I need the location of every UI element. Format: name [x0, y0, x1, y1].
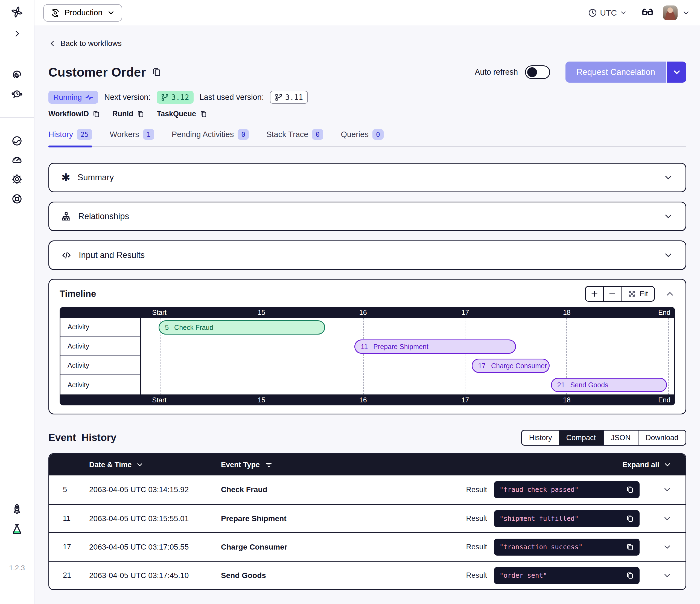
timeline-zoom-controls: Fit — [585, 286, 655, 302]
view-json-button[interactable]: JSON — [603, 431, 638, 445]
copy-icon[interactable] — [199, 110, 207, 118]
result-label: Result — [466, 571, 487, 580]
timeline-bar-charge-consumer[interactable]: 17 Charge Consumer — [472, 359, 550, 373]
chevron-down-icon[interactable] — [663, 250, 673, 260]
view-compact-button[interactable]: Compact — [559, 431, 603, 445]
chevron-down-icon[interactable] — [663, 211, 673, 222]
row-expand-chevron-icon[interactable] — [662, 542, 672, 552]
copy-icon[interactable] — [626, 514, 634, 523]
account-chevron-down-icon[interactable] — [682, 9, 690, 17]
row-label-activity: Activity — [60, 356, 140, 375]
event-time: 2063-04-05 UTC 03:17:05.55 — [89, 543, 221, 552]
result-code-chip[interactable]: "transaction success" — [494, 539, 640, 556]
summary-accordion[interactable]: ✱ Summary — [48, 163, 686, 192]
axis-label: Start — [152, 309, 167, 316]
timeline-bar-prepare-shipment[interactable]: 11 Prepare Shipment — [354, 339, 516, 354]
namespace-label: Production — [65, 8, 103, 17]
copy-icon[interactable] — [92, 110, 100, 118]
row-expand-chevron-icon[interactable] — [662, 485, 672, 494]
run-id-copy[interactable]: RunId — [112, 110, 145, 118]
relationships-label: Relationships — [78, 212, 129, 221]
input-results-label: Input and Results — [79, 250, 145, 260]
result-code-chip[interactable]: "fraud check passed" — [494, 481, 640, 498]
bar-event-name: Charge Consumer — [491, 362, 547, 370]
event-type-header-label: Event Type — [221, 461, 260, 469]
gauge-icon[interactable] — [11, 154, 23, 165]
bar-event-name: Send Goods — [570, 381, 608, 389]
back-label: Back to workflows — [60, 39, 122, 48]
zoom-in-button[interactable] — [586, 287, 603, 301]
workflow-id-copy[interactable]: WorkflowID — [48, 110, 100, 118]
chevron-down-icon[interactable] — [663, 172, 673, 183]
result-value: "order sent" — [500, 572, 547, 579]
axis-label: 17 — [461, 309, 469, 316]
sort-datetime[interactable]: Date & Time — [89, 461, 221, 469]
copy-icon[interactable] — [626, 572, 634, 580]
copy-title-icon[interactable] — [151, 67, 162, 77]
axis-label: 15 — [257, 309, 265, 316]
rocket-icon[interactable] — [11, 503, 23, 515]
pulse-icon — [85, 93, 93, 101]
timezone-selector[interactable]: UTC — [588, 8, 627, 18]
tab-count-badge: 1 — [143, 129, 154, 140]
sidebar-expand-icon[interactable] — [12, 29, 22, 38]
status-label: Running — [53, 93, 82, 102]
view-history-button[interactable]: History — [522, 431, 559, 445]
relationships-accordion[interactable]: Relationships — [48, 201, 686, 231]
input-results-accordion[interactable]: Input and Results — [48, 240, 686, 270]
tab-workers[interactable]: Workers 1 — [110, 129, 154, 146]
namespace-selector[interactable]: Production — [43, 4, 122, 22]
event-id: 17 — [63, 543, 89, 551]
copy-icon[interactable] — [136, 110, 145, 118]
timeline-chart: Start 15 16 17 18 End Activity Activity … — [59, 307, 675, 405]
request-cancelation-button[interactable]: Request Cancelation — [566, 62, 686, 82]
datetime-header-label: Date & Time — [89, 461, 132, 469]
result-code-chip[interactable]: "order sent" — [494, 567, 640, 584]
timeline-bar-send-goods[interactable]: 21 Send Goods — [551, 378, 667, 392]
event-type: Send Goods — [221, 571, 466, 580]
timeline-collapse-icon[interactable] — [665, 289, 675, 299]
task-queue-copy[interactable]: TaskQueue — [157, 110, 207, 118]
axis-label: Start — [152, 396, 167, 404]
copy-icon[interactable] — [626, 543, 634, 551]
avatar[interactable] — [663, 5, 678, 20]
row-expand-chevron-icon[interactable] — [662, 514, 672, 523]
labs-flask-icon[interactable] — [11, 523, 23, 536]
tab-history[interactable]: History 25 — [48, 129, 92, 146]
nexus-icon[interactable] — [11, 135, 23, 147]
event-row[interactable]: 5 2063-04-05 UTC 03:14:15.92 Check Fraud… — [49, 476, 685, 504]
tab-bar: History 25 Workers 1 Pending Activities … — [48, 129, 686, 147]
view-download-button[interactable]: Download — [638, 431, 685, 445]
event-row[interactable]: 17 2063-04-05 UTC 03:17:05.55 Charge Con… — [49, 532, 685, 561]
bar-event-id: 17 — [478, 362, 485, 370]
result-code-chip[interactable]: "shipment fulfilled" — [494, 510, 640, 527]
chevron-down-icon — [663, 460, 672, 469]
support-buoy-icon[interactable] — [11, 193, 23, 204]
filter-icon[interactable] — [265, 461, 273, 469]
zoom-out-button[interactable] — [603, 287, 621, 301]
tab-queries[interactable]: Queries 0 — [341, 129, 384, 146]
cancel-options-caret[interactable] — [666, 62, 686, 82]
auto-refresh-toggle[interactable] — [525, 65, 550, 79]
incognito-glasses-icon[interactable] — [641, 6, 654, 19]
axis-label: 16 — [359, 309, 367, 316]
copy-icon[interactable] — [626, 486, 634, 494]
event-row[interactable]: 21 2063-04-05 UTC 03:17:45.10 Send Goods… — [49, 561, 685, 589]
event-row[interactable]: 11 2063-04-05 UTC 03:15:55.01 Prepare Sh… — [49, 504, 685, 532]
expand-all-button[interactable]: Expand all — [622, 460, 672, 469]
tab-count-badge: 0 — [372, 129, 384, 140]
next-version-badge: 3.12 — [157, 91, 194, 104]
settings-gear-icon[interactable] — [11, 173, 23, 185]
event-time: 2063-04-05 UTC 03:14:15.92 — [89, 485, 221, 494]
axis-label: 15 — [257, 396, 265, 404]
status-badge: Running — [48, 91, 98, 104]
tab-stack-trace[interactable]: Stack Trace 0 — [266, 129, 323, 146]
timeline-bar-check-fraud[interactable]: 5 Check Fraud — [158, 320, 325, 335]
tab-pending-activities[interactable]: Pending Activities 0 — [172, 129, 249, 146]
back-to-workflows-link[interactable]: Back to workflows — [48, 39, 122, 48]
row-expand-chevron-icon[interactable] — [662, 571, 672, 580]
request-cancelation-label[interactable]: Request Cancelation — [566, 62, 666, 82]
schedules-icon[interactable] — [11, 89, 23, 100]
zoom-fit-button[interactable]: Fit — [621, 287, 654, 301]
workflows-icon[interactable] — [11, 69, 23, 80]
